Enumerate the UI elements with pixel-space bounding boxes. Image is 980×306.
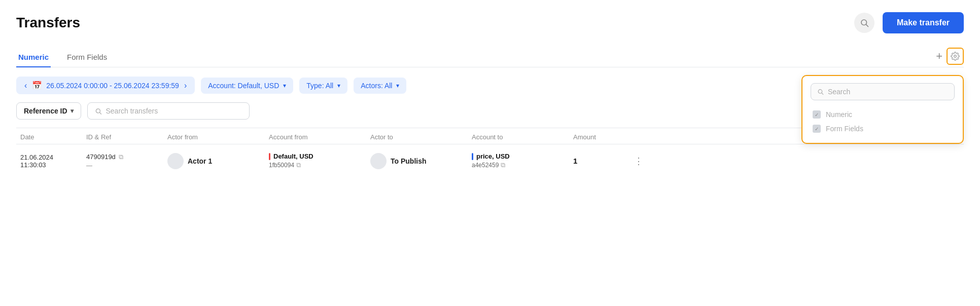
panel-search-input[interactable] xyxy=(828,88,948,96)
page-title: Transfers xyxy=(16,15,80,31)
search-transfers-field[interactable] xyxy=(87,102,250,120)
panel-option-form-fields[interactable]: Form Fields xyxy=(811,122,955,136)
col-actor-to: Actor to xyxy=(366,133,468,141)
account-to-id: a4e52459 xyxy=(472,162,499,169)
panel-checkbox-form-fields[interactable] xyxy=(813,125,821,133)
date-range-control[interactable]: ‹ 📅 26.05.2024 0:00:00 - 25.06.2024 23:5… xyxy=(16,76,195,94)
account-chevron-icon: ▾ xyxy=(283,82,286,89)
cell-account-to: price, USD a4e52459 ⧉ xyxy=(468,152,569,169)
actors-filter-label: Actors: All xyxy=(361,82,392,90)
cell-actor-from: Actor 1 xyxy=(163,153,265,169)
copy-account-from-icon[interactable]: ⧉ xyxy=(296,161,301,169)
date-value: 21.06.2024 xyxy=(20,154,78,161)
actor-to-avatar xyxy=(370,153,387,169)
ref-id-dropdown[interactable]: Reference ID ▾ xyxy=(16,102,81,120)
header: Transfers Make transfer xyxy=(16,12,964,33)
settings-panel: Numeric Form Fields xyxy=(801,75,964,144)
gear-icon xyxy=(951,52,960,61)
tab-form-fields[interactable]: Form Fields xyxy=(65,48,109,67)
tabs-row: Numeric Form Fields + xyxy=(16,48,964,67)
svg-point-2 xyxy=(954,55,957,58)
time-value: 11:30:03 xyxy=(20,161,78,169)
type-filter-label: Type: All xyxy=(306,82,333,90)
date-prev-arrow[interactable]: ‹ xyxy=(23,81,28,90)
account-to-bar xyxy=(472,153,473,160)
search-transfers-input[interactable] xyxy=(106,107,241,115)
make-transfer-button[interactable]: Make transfer xyxy=(883,12,964,33)
tab-numeric[interactable]: Numeric xyxy=(16,48,51,67)
cell-actor-to: To Publish xyxy=(366,153,468,169)
type-filter[interactable]: Type: All ▾ xyxy=(299,78,347,94)
panel-option-numeric-label: Numeric xyxy=(826,110,852,119)
column-settings-button[interactable] xyxy=(947,48,964,65)
table-row: 21.06.2024 11:30:03 4790919d ⧉ — Actor 1… xyxy=(16,144,964,177)
cell-amount: 1 xyxy=(569,157,630,165)
panel-option-numeric[interactable]: Numeric xyxy=(811,107,955,122)
svg-line-4 xyxy=(99,112,101,114)
svg-line-1 xyxy=(866,24,868,26)
add-column-button[interactable]: + xyxy=(936,51,942,62)
account-from-bar xyxy=(269,153,270,160)
type-chevron-icon: ▾ xyxy=(337,82,340,89)
col-date: Date xyxy=(16,133,82,141)
col-amount: Amount xyxy=(569,133,630,141)
copy-account-to-icon[interactable]: ⧉ xyxy=(501,161,505,169)
page-container: Transfers Make transfer Numeric Form Fie… xyxy=(0,0,980,306)
panel-search-icon xyxy=(817,88,824,95)
date-next-arrow[interactable]: › xyxy=(183,81,188,90)
panel-checkbox-numeric[interactable] xyxy=(813,110,821,119)
cell-more: ⋮ xyxy=(630,156,964,167)
tabs-actions: + xyxy=(936,48,964,67)
actor-from-avatar xyxy=(167,153,184,169)
account-from-name: Default, USD xyxy=(273,152,313,160)
col-account-from: Account from xyxy=(265,133,366,141)
search-icon xyxy=(860,18,869,27)
actors-chevron-icon: ▾ xyxy=(396,82,399,89)
ref-id-chevron-icon: ▾ xyxy=(71,107,74,114)
col-actor-from: Actor from xyxy=(163,133,265,141)
more-actions-button[interactable]: ⋮ xyxy=(634,156,644,167)
cell-id-ref: 4790919d ⧉ — xyxy=(82,153,163,169)
account-to-name: price, USD xyxy=(476,152,510,160)
id-value: 4790919d xyxy=(86,153,116,161)
svg-line-6 xyxy=(822,93,823,94)
ref-id-label: Reference ID xyxy=(24,107,67,115)
cell-account-from: Default, USD 1fb50094 ⧉ xyxy=(265,152,366,169)
id-sub-value: — xyxy=(86,162,159,169)
search-transfers-icon xyxy=(95,107,102,115)
copy-id-icon[interactable]: ⧉ xyxy=(119,153,123,161)
panel-option-form-fields-label: Form Fields xyxy=(826,125,863,133)
header-actions: Make transfer xyxy=(854,12,964,33)
search-icon-button[interactable] xyxy=(854,13,874,33)
actor-to-name: To Publish xyxy=(391,157,427,165)
account-from-id: 1fb50094 xyxy=(269,162,294,169)
col-account-to: Account to xyxy=(468,133,569,141)
account-filter-label: Account: Default, USD xyxy=(208,82,279,90)
cell-date: 21.06.2024 11:30:03 xyxy=(16,154,82,169)
actors-filter[interactable]: Actors: All ▾ xyxy=(354,78,406,94)
panel-search-field[interactable] xyxy=(811,83,955,100)
account-filter[interactable]: Account: Default, USD ▾ xyxy=(201,78,293,94)
date-icon: 📅 xyxy=(32,81,42,90)
actor-from-name: Actor 1 xyxy=(188,157,212,165)
col-id-ref: ID & Ref xyxy=(82,133,163,141)
date-range-label: 26.05.2024 0:00:00 - 25.06.2024 23:59:59 xyxy=(46,82,179,90)
